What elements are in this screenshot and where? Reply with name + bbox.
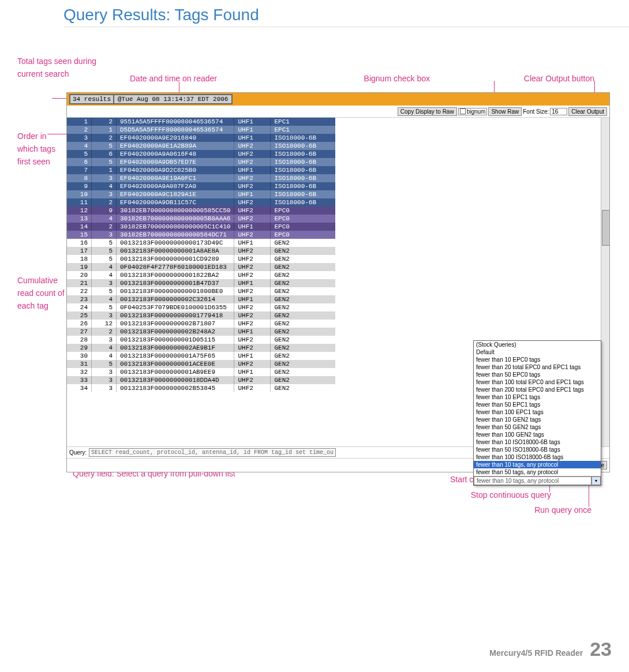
- cell-read-count: 4: [92, 215, 117, 223]
- table-row[interactable]: 14230182EB7000000800000005C1C410UHF1EPC0: [67, 223, 335, 231]
- dropdown-item[interactable]: fewer than 100 EPC1 tags: [474, 408, 601, 416]
- dropdown-item[interactable]: fewer than 50 tags, any protocol: [474, 468, 601, 476]
- table-row[interactable]: 12930182EB700000080000000585CC50UHF2EPC0: [67, 207, 335, 215]
- table-row[interactable]: 29400132183F0000000002AE9B1FUHF2GEN2: [67, 344, 335, 352]
- cell-antenna: UHF2: [234, 384, 271, 392]
- dropdown-item[interactable]: fewer than 20 total EPC0 and EPC1 tags: [474, 363, 601, 371]
- cell-protocol: GEN2: [271, 352, 336, 360]
- table-row[interactable]: 20400132183F00000000001822BA2UHF2GEN2: [67, 271, 335, 279]
- cell-read-count: 5: [92, 158, 117, 166]
- table-row[interactable]: 83EF04020000A9E19A0FC1UHF2ISO18000-6B: [67, 174, 335, 182]
- cell-antenna: UHF2: [234, 150, 271, 158]
- bignum-checkbox[interactable]: bignum: [458, 108, 488, 115]
- dropdown-item[interactable]: fewer than 100 GEN2 tags: [474, 431, 601, 438]
- cell-read-count: 4: [92, 271, 117, 279]
- dropdown-item[interactable]: Default: [474, 348, 601, 356]
- cell-index: 32: [67, 368, 92, 376]
- table-row[interactable]: 1940F04028F4F2778F60100001ED183UHF2GEN2: [67, 263, 335, 271]
- table-row[interactable]: 18500132183F00000000001CD9289UHF2GEN2: [67, 255, 335, 263]
- table-row[interactable]: 27200132183F0000000002B248A2UHF1GEN2: [67, 328, 335, 336]
- cell-protocol: GEN2: [271, 311, 336, 320]
- dropdown-item[interactable]: fewer than 100 ISO18000-6B tags: [474, 453, 601, 461]
- dropdown-item[interactable]: (Stock Queries): [474, 341, 601, 348]
- table-row[interactable]: 28300132183F0000000001D05115UHF2GEN2: [67, 336, 335, 344]
- clear-output-button[interactable]: Clear Output: [568, 107, 607, 116]
- cell-tag-id: 00132183F0000000002B248A2: [117, 328, 234, 336]
- dropdown-item[interactable]: fewer than 10 EPC0 tags: [474, 356, 601, 363]
- stock-queries-dropdown[interactable]: (Stock Queries)Defaultfewer than 10 EPC0…: [473, 340, 601, 486]
- cell-protocol: GEN2: [271, 263, 336, 271]
- table-row[interactable]: 25300132183F000000000001779418UHF2GEN2: [67, 311, 335, 320]
- dropdown-item[interactable]: fewer than 10 ISO18000-6B tags: [474, 438, 601, 446]
- cell-tag-id: 00132183F000000000001800BE0: [117, 287, 234, 295]
- table-row[interactable]: 31500132183F0000000001ACEE0EUHF2GEN2: [67, 360, 335, 368]
- cell-read-count: 9: [92, 207, 117, 215]
- table-row[interactable]: 56EF04020000A9A0616F48UHF2ISO18000-6B: [67, 150, 335, 158]
- cell-protocol: ISO18000-6B: [271, 134, 336, 142]
- cell-index: 14: [67, 223, 92, 231]
- query-input[interactable]: [89, 448, 336, 457]
- cell-tag-id: 00132183F0000000001A75F65: [117, 352, 234, 360]
- cell-protocol: EPC1: [271, 118, 336, 126]
- cell-tag-id: 30182EB7000000800000005B0AAA6: [117, 215, 234, 223]
- cell-read-count: 3: [92, 311, 117, 320]
- dropdown-item[interactable]: fewer than 200 total EPC0 and EPC1 tags: [474, 386, 601, 393]
- cell-index: 26: [67, 320, 92, 328]
- cell-protocol: GEN2: [271, 295, 336, 303]
- table-row[interactable]: 112EF04020000A9DB11C57CUHF2ISO18000-6B: [67, 198, 335, 207]
- table-row[interactable]: 45EF04020000A9E1A2B89AUHF2ISO18000-6B: [67, 142, 335, 150]
- table-row[interactable]: 261200132183F0000000002B71807UHF2GEN2: [67, 320, 335, 328]
- cell-protocol: GEN2: [271, 271, 336, 279]
- table-row[interactable]: 32EF04020000A9E2016840UHF1ISO18000-6B: [67, 134, 335, 142]
- table-row[interactable]: 13430182EB7000000800000005B0AAA6UHF2EPC0: [67, 215, 335, 223]
- callout-cumulative: Cumulative read count of each tag: [17, 274, 69, 312]
- cell-tag-id: 00132183F000000000018DDA4D: [117, 376, 234, 384]
- dropdown-item[interactable]: fewer than 50 GEN2 tags: [474, 423, 601, 431]
- cell-tag-id: 30182EB70000008000000584DC71: [117, 231, 234, 239]
- cell-read-count: 1: [92, 126, 117, 134]
- table-row[interactable]: 33300132183F000000000018DDA4DUHF2GEN2: [67, 376, 335, 384]
- cell-antenna: UHF2: [234, 271, 271, 279]
- table-row[interactable]: 30400132183F0000000001A75F65UHF1GEN2: [67, 352, 335, 360]
- dropdown-item[interactable]: fewer than 10 GEN2 tags: [474, 416, 601, 423]
- table-row[interactable]: 16500132183F00000000000173D49CUHF1GEN2: [67, 239, 335, 247]
- scrollbar-thumb[interactable]: [602, 210, 609, 246]
- dropdown-item[interactable]: fewer than 10 EPC1 tags: [474, 393, 601, 401]
- show-raw-button[interactable]: Show Raw: [488, 107, 522, 116]
- cell-read-count: 5: [92, 287, 117, 295]
- table-row[interactable]: 129551A5A5FFFF800080046536574UHF1EPC1: [67, 118, 335, 126]
- cell-tag-id: 9551A5A5FFFF800080046536574: [117, 118, 234, 126]
- cell-index: 5: [67, 150, 92, 158]
- copy-display-button[interactable]: Copy Display to Raw: [398, 107, 457, 116]
- table-row[interactable]: 15330182EB70000008000000584DC71UHF2EPC0: [67, 231, 335, 239]
- table-row[interactable]: 17500132183F00000000001A8AE8AUHF2GEN2: [67, 247, 335, 255]
- dropdown-item[interactable]: fewer than 100 total EPC0 and EPC1 tags: [474, 378, 601, 386]
- dropdown-item[interactable]: fewer than 50 ISO18000-6B tags: [474, 446, 601, 453]
- table-row[interactable]: 94EF04020000A9A087F2A0UHF2ISO18000-6B: [67, 182, 335, 190]
- cell-antenna: UHF2: [234, 174, 271, 182]
- chevron-down-icon[interactable]: ▾: [591, 476, 601, 485]
- dropdown-item[interactable]: fewer than 10 tags, any protocol: [474, 461, 601, 468]
- table-row[interactable]: 21300132183F00000000001B47D37UHF1GEN2: [67, 279, 335, 287]
- table-row[interactable]: 21D5D5A5A5FFFF800080046536574UHF1EPC1: [67, 126, 335, 134]
- table-row[interactable]: 2450F040253F7079BDE0100001D6355UHF2GEN2: [67, 303, 335, 311]
- scrollbar[interactable]: [601, 118, 609, 446]
- table-row[interactable]: 34300132183F0000000002B53845UHF2GEN2: [67, 384, 335, 392]
- cell-read-count: 3: [92, 174, 117, 182]
- table-row[interactable]: 23400132183F0000000002C32614UHF1GEN2: [67, 295, 335, 303]
- dropdown-item[interactable]: fewer than 50 EPC0 tags: [474, 371, 601, 378]
- table-row[interactable]: 32300132183F0000000001AB9EE9UHF1GEN2: [67, 368, 335, 376]
- font-size-value[interactable]: 16: [550, 108, 567, 115]
- cell-tag-id: EF04020000A9D2C825B0: [117, 166, 234, 174]
- table-row[interactable]: 103EF04020000A9C1829A1EUHF1ISO18000-6B: [67, 190, 335, 198]
- table-row[interactable]: 71EF04020000A9D2C825B0UHF1ISO18000-6B: [67, 166, 335, 174]
- dropdown-item[interactable]: fewer than 50 EPC1 tags: [474, 401, 601, 408]
- cell-protocol: ISO18000-6B: [271, 142, 336, 150]
- cell-protocol: ISO18000-6B: [271, 198, 336, 207]
- table-row[interactable]: 65EF04020000A9DB57ED7EUHF2ISO18000-6B: [67, 158, 335, 166]
- cell-protocol: ISO18000-6B: [271, 182, 336, 190]
- table-row[interactable]: 22500132183F000000000001800BE0UHF2GEN2: [67, 287, 335, 295]
- cell-protocol: GEN2: [271, 287, 336, 295]
- cell-read-count: 4: [92, 263, 117, 271]
- cell-antenna: UHF2: [234, 255, 271, 263]
